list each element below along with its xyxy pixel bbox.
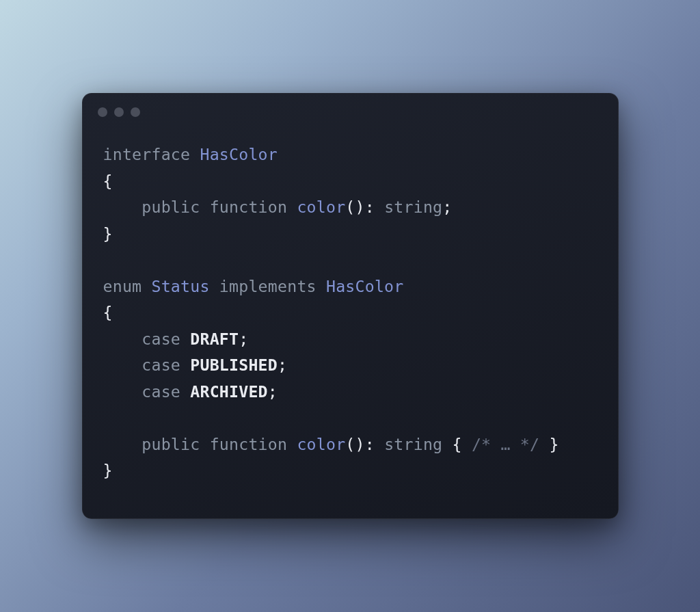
code-line: { [103, 300, 597, 326]
code-token [190, 145, 200, 163]
code-token [375, 198, 384, 216]
code-line: public function color(): string { /* … *… [103, 431, 597, 458]
code-token: color [297, 435, 345, 453]
code-token: public [142, 435, 200, 453]
code-token: ; [239, 330, 248, 348]
code-token: PUBLISHED [190, 356, 278, 374]
code-token: (): [345, 198, 375, 216]
code-token: HasColor [326, 277, 404, 295]
code-token: /* … */ [472, 435, 539, 453]
code-token [103, 408, 113, 427]
code-line [103, 405, 597, 431]
code-token [200, 198, 209, 216]
code-token [210, 277, 219, 295]
code-token [180, 382, 190, 401]
code-token: ; [442, 198, 452, 216]
code-token [103, 330, 142, 348]
code-token [103, 382, 142, 401]
code-line: interface HasColor [103, 142, 597, 168]
code-window: interface HasColor{ public function colo… [82, 93, 619, 519]
code-token [142, 277, 151, 295]
code-line [103, 247, 597, 274]
code-token [103, 250, 113, 269]
code-token: } [549, 435, 558, 453]
code-token: public [142, 198, 200, 216]
code-block: interface HasColor{ public function colo… [83, 117, 618, 518]
code-line: case ARCHIVED; [103, 379, 597, 405]
code-token: { [103, 303, 113, 321]
code-line: { [103, 168, 597, 195]
code-token: case [142, 330, 180, 348]
code-token [442, 435, 452, 453]
code-line: case PUBLISHED; [103, 352, 597, 379]
code-token: function [210, 435, 288, 453]
code-token: { [103, 172, 113, 190]
code-token [103, 356, 142, 374]
code-token [462, 435, 472, 453]
window-titlebar [83, 94, 618, 117]
code-token [287, 198, 297, 216]
code-token: ; [268, 382, 278, 401]
code-token: ; [278, 356, 287, 374]
window-minimize-icon[interactable] [114, 107, 124, 117]
code-line: } [103, 457, 597, 484]
code-token: } [103, 461, 113, 479]
code-line: case DRAFT; [103, 326, 597, 353]
code-token [375, 435, 384, 453]
code-token: function [210, 198, 288, 216]
code-token [103, 198, 142, 216]
code-token: interface [103, 145, 191, 163]
code-token: { [453, 435, 462, 453]
code-token [539, 435, 549, 453]
code-token [317, 277, 326, 295]
code-token: Status [151, 277, 209, 295]
code-token [103, 435, 142, 453]
code-token: enum [103, 277, 142, 295]
window-close-icon[interactable] [98, 107, 107, 117]
code-token: string [384, 435, 442, 453]
code-token: (): [345, 435, 375, 453]
code-token [180, 356, 190, 374]
code-token: implements [219, 277, 317, 295]
code-token: HasColor [200, 145, 278, 163]
code-line: } [103, 221, 597, 248]
code-token: } [103, 224, 113, 243]
code-token [180, 330, 190, 348]
code-token [200, 435, 209, 453]
code-token [287, 435, 297, 453]
window-maximize-icon[interactable] [131, 107, 140, 117]
code-line: public function color(): string; [103, 194, 597, 221]
code-token: case [142, 356, 180, 374]
code-token: DRAFT [190, 330, 239, 348]
code-token: case [142, 382, 180, 401]
code-token: string [384, 198, 442, 216]
code-line: enum Status implements HasColor [103, 274, 597, 300]
code-token: color [297, 198, 345, 216]
code-token: ARCHIVED [190, 382, 268, 401]
